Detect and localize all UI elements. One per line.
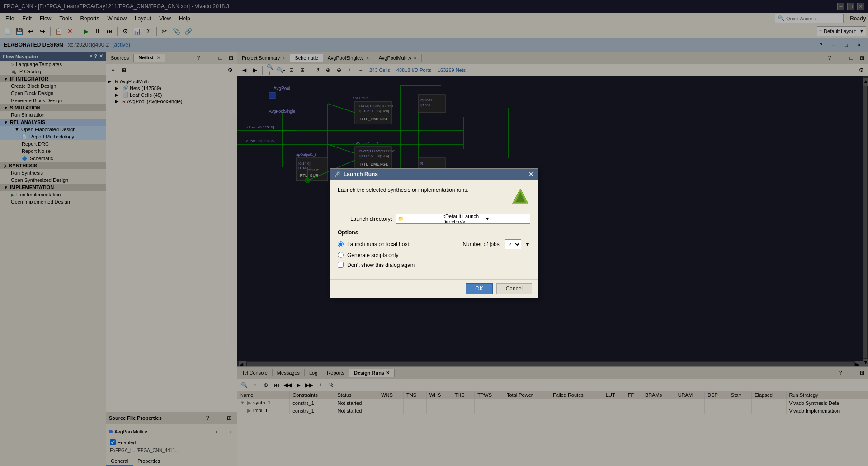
dont-show-checkbox[interactable] — [338, 262, 344, 268]
launch-directory-dropdown[interactable]: 📁 <Default Launch Directory> ▼ — [396, 214, 530, 224]
jobs-label: Number of jobs: — [462, 241, 501, 247]
dont-show-row: Don't show this dialog again — [338, 262, 530, 268]
radio-local-host-row: Launch runs on local host: Number of job… — [338, 239, 530, 249]
radio-local-host[interactable] — [338, 241, 344, 247]
vivado-logo-svg — [510, 187, 530, 207]
dialog-overlay: 🚀 Launch Runs ✕ Launch the selected synt… — [0, 0, 868, 466]
vivado-logo-area — [510, 187, 530, 207]
dialog-buttons: OK Cancel — [330, 279, 538, 298]
dialog-body: Launch the selected synthesis or impleme… — [330, 180, 538, 276]
radio-scripts-only[interactable] — [338, 252, 344, 258]
dialog-description: Launch the selected synthesis or impleme… — [338, 187, 503, 193]
launch-dir-value: <Default Launch Directory> — [443, 214, 486, 224]
dialog-cancel-button[interactable]: Cancel — [496, 283, 532, 294]
radio-scripts-label: Generate scripts only — [347, 252, 398, 258]
jobs-dropdown-arrow-icon: ▼ — [525, 241, 530, 247]
dialog-title-bar: 🚀 Launch Runs ✕ — [330, 169, 538, 180]
dialog-ok-button[interactable]: OK — [466, 283, 492, 294]
radio-scripts-row: Generate scripts only — [338, 252, 530, 258]
dont-show-label: Don't show this dialog again — [347, 262, 415, 268]
dialog-icon: 🚀 — [334, 171, 341, 177]
radio-local-label: Launch runs on local host: — [347, 241, 410, 247]
dialog-title: Launch Runs — [344, 171, 378, 177]
jobs-dropdown[interactable]: 2 1 4 8 — [505, 239, 521, 249]
dialog-options-section: Options — [338, 229, 530, 236]
dialog-close-button[interactable]: ✕ — [528, 171, 534, 178]
dialog-launch-dir-field: Launch directory: 📁 <Default Launch Dire… — [338, 214, 530, 224]
dialog-launch-dir-label: Launch directory: — [338, 216, 392, 222]
launch-dir-arrow: ▼ — [485, 216, 528, 221]
launch-runs-dialog: 🚀 Launch Runs ✕ Launch the selected synt… — [330, 168, 538, 298]
jobs-select-area: Number of jobs: 2 1 4 8 ▼ — [462, 239, 530, 249]
